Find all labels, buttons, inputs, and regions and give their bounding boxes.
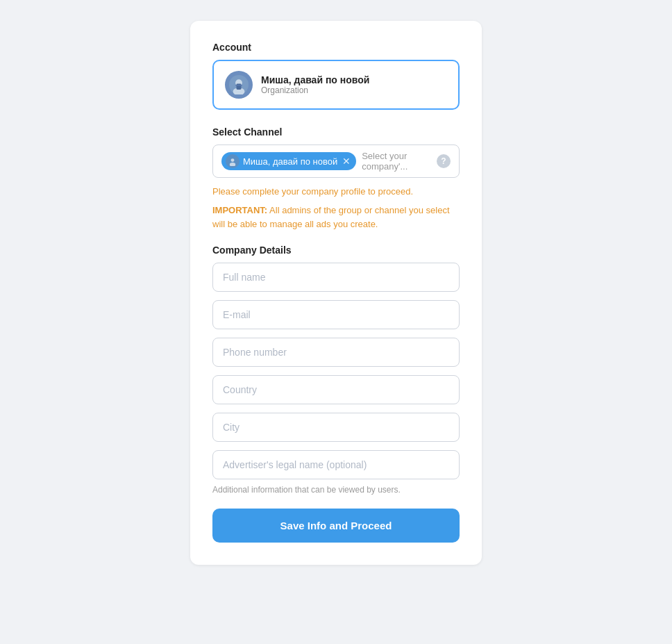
account-type: Organization bbox=[261, 85, 369, 95]
svg-rect-3 bbox=[237, 84, 242, 90]
company-details-label: Company Details bbox=[212, 245, 460, 256]
country-input[interactable] bbox=[212, 375, 460, 404]
svg-point-6 bbox=[231, 158, 235, 162]
account-info: Миша, давай по новой Organization bbox=[261, 74, 369, 95]
select-channel-section: Select Channel Миша, давай по новой ✕ Se… bbox=[212, 126, 460, 231]
full-name-input[interactable] bbox=[212, 263, 460, 292]
channel-tag[interactable]: Миша, давай по новой ✕ bbox=[221, 152, 356, 170]
channel-tag-name: Миша, давай по новой bbox=[243, 156, 337, 167]
phone-input[interactable] bbox=[212, 338, 460, 367]
notice-complete: Please complete your company profile to … bbox=[212, 186, 460, 197]
account-card[interactable]: Миша, давай по новой Organization bbox=[212, 60, 460, 110]
account-name: Миша, давай по новой bbox=[261, 74, 369, 85]
select-channel-label: Select Channel bbox=[212, 126, 460, 138]
page-container: Account Миша, давай по новой Organizatio… bbox=[0, 21, 672, 565]
channel-select-box[interactable]: Миша, давай по новой ✕ Select your compa… bbox=[212, 145, 460, 178]
city-input[interactable] bbox=[212, 413, 460, 442]
avatar bbox=[225, 71, 253, 99]
company-details-section: Company Details Additional information t… bbox=[212, 245, 460, 495]
save-button[interactable]: Save Info and Proceed bbox=[212, 509, 460, 543]
svg-rect-4 bbox=[235, 85, 242, 85]
account-section-label: Account bbox=[212, 42, 460, 53]
channel-tag-avatar bbox=[226, 154, 240, 168]
additional-info: Additional information that can be viewe… bbox=[212, 485, 460, 495]
notice-important-prefix: IMPORTANT: bbox=[212, 205, 267, 215]
channel-tag-close-icon[interactable]: ✕ bbox=[342, 156, 351, 166]
channel-placeholder: Select your company'... bbox=[362, 151, 431, 172]
notice-important: IMPORTANT: All admins of the group or ch… bbox=[212, 204, 460, 231]
legal-name-input[interactable] bbox=[212, 450, 460, 479]
account-section: Account Миша, давай по новой Organizatio… bbox=[212, 42, 460, 110]
email-input[interactable] bbox=[212, 300, 460, 329]
help-icon[interactable]: ? bbox=[437, 154, 451, 168]
form-card: Account Миша, давай по новой Organizatio… bbox=[190, 21, 482, 565]
